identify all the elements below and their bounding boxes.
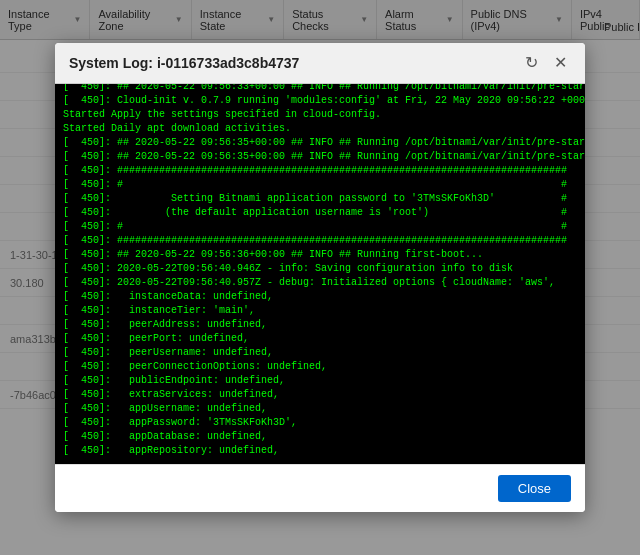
refresh-icon: ↻ <box>525 55 538 71</box>
close-button[interactable]: Close <box>498 475 571 502</box>
modal-footer: Close <box>55 464 585 512</box>
modal-close-x-button[interactable]: ✕ <box>550 53 571 73</box>
modal-header-actions: ↻ ✕ <box>521 53 571 73</box>
refresh-button[interactable]: ↻ <box>521 53 542 73</box>
log-content[interactable]: [ 450]: 650000t0 records in [ 450]: 6500… <box>55 84 585 464</box>
system-log-modal: System Log: i-0116733ad3c8b4737 ↻ ✕ [ 45… <box>55 43 585 512</box>
modal-overlay: System Log: i-0116733ad3c8b4737 ↻ ✕ [ 45… <box>0 0 640 555</box>
modal-header: System Log: i-0116733ad3c8b4737 ↻ ✕ <box>55 43 585 84</box>
close-icon: ✕ <box>554 55 567 71</box>
modal-title: System Log: i-0116733ad3c8b4737 <box>69 55 299 71</box>
